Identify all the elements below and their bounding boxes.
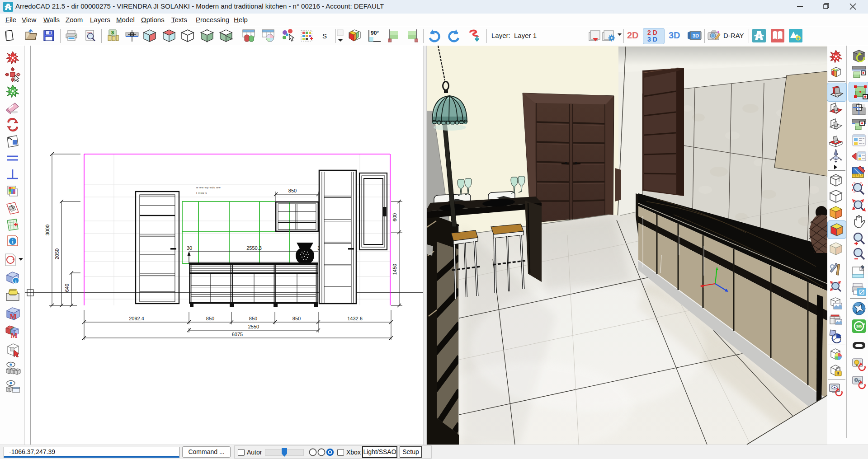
- svg-text:850: 850: [292, 316, 301, 321]
- svg-text:30: 30: [187, 245, 192, 251]
- svg-text:850: 850: [206, 316, 214, 321]
- svg-text:2550: 2550: [248, 324, 259, 329]
- svg-text:1432.6: 1432.6: [347, 316, 363, 321]
- svg-text:640: 640: [64, 284, 70, 292]
- svg-text:850: 850: [288, 188, 297, 193]
- svg-text:2550.3: 2550.3: [246, 245, 262, 251]
- svg-text:M: M: [10, 332, 17, 339]
- svg-text:i: i: [15, 278, 16, 284]
- svg-text:$: $: [111, 30, 114, 35]
- svg-text:90°: 90°: [371, 30, 379, 36]
- svg-text:M: M: [9, 312, 17, 321]
- svg-text:t mkw s: t mkw s: [196, 192, 207, 194]
- svg-text:600: 600: [392, 213, 397, 221]
- svg-text:2092.4: 2092.4: [129, 316, 144, 321]
- svg-text:850: 850: [249, 316, 257, 321]
- svg-text:2050: 2050: [54, 248, 60, 259]
- svg-text:360: 360: [856, 324, 862, 328]
- svg-text:6075: 6075: [232, 332, 243, 337]
- svg-text:w ww wp wdu ww: w ww wp wdu ww: [196, 186, 221, 189]
- svg-text:3D: 3D: [693, 33, 699, 38]
- svg-text:1450: 1450: [392, 264, 397, 275]
- svg-text:3000: 3000: [45, 225, 50, 235]
